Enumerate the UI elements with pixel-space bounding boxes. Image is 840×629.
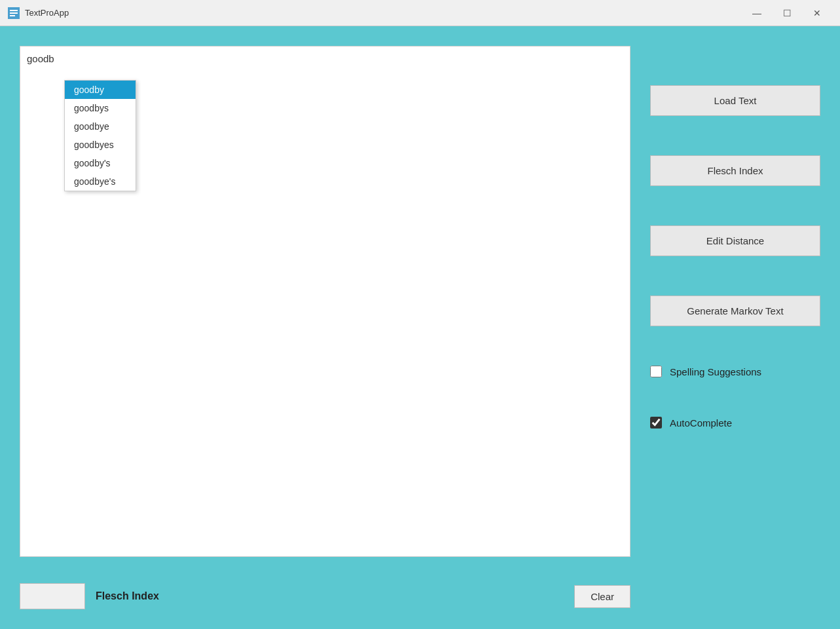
autocomplete-item-2[interactable]: goodbye [65,117,136,136]
maximize-button[interactable]: ☐ [772,0,802,26]
autocomplete-item-5[interactable]: goodbye's [65,172,136,191]
autocomplete-dropdown: goodby goodbys goodbye goodbyes goodby's… [64,80,136,191]
close-button[interactable]: ✕ [802,0,832,26]
window-controls: — ☐ ✕ [742,0,832,26]
load-text-button[interactable]: Load Text [650,85,820,116]
svg-rect-1 [10,10,18,11]
main-content: goodb goodby goodbys goodbye goodbyes go… [0,26,840,629]
edit-distance-button[interactable]: Edit Distance [650,225,820,256]
autocomplete-item-0[interactable]: goodby [65,81,136,99]
flesch-index-button[interactable]: Flesch Index [650,155,820,186]
right-panel: Load Text Flesch Index Edit Distance Gen… [650,46,820,609]
minimize-button[interactable]: — [742,0,772,26]
app-title: TextProApp [25,8,742,18]
autocomplete-row: AutoComplete [650,417,820,429]
titlebar: TextProApp — ☐ ✕ [0,0,840,26]
textarea-container: goodb goodby goodbys goodbye goodbyes go… [20,46,630,578]
left-panel: goodb goodby goodbys goodbye goodbyes go… [20,46,630,609]
spelling-suggestions-label: Spelling Suggestions [670,366,761,377]
spelling-suggestions-row: Spelling Suggestions [650,366,820,377]
bottom-bar: Flesch Index Clear [20,578,630,609]
flesch-index-value-box [20,583,85,609]
autocomplete-item-3[interactable]: goodbyes [65,136,136,154]
autocomplete-label: AutoComplete [670,417,732,429]
app-icon [8,7,20,19]
svg-rect-2 [10,12,18,14]
autocomplete-checkbox[interactable] [650,417,662,429]
generate-markov-button[interactable]: Generate Markov Text [650,295,820,326]
svg-rect-3 [10,15,15,16]
spelling-suggestions-checkbox[interactable] [650,366,662,377]
flesch-index-label: Flesch Index [96,590,159,602]
autocomplete-item-4[interactable]: goodby's [65,154,136,172]
clear-button[interactable]: Clear [574,585,630,608]
autocomplete-item-1[interactable]: goodbys [65,99,136,117]
